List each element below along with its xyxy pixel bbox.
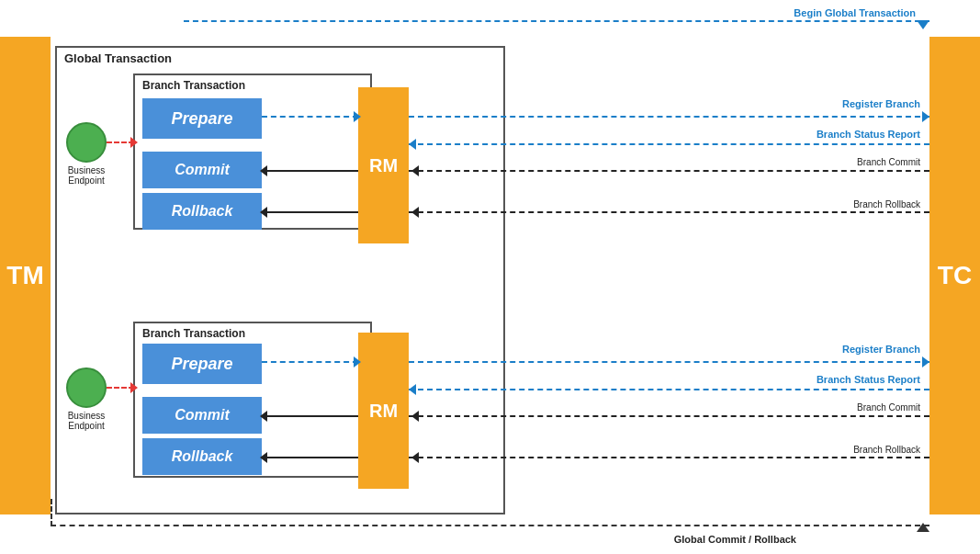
branch-status-label-lower: Branch Status Report bbox=[817, 374, 920, 385]
prepare-label-upper: Prepare bbox=[171, 109, 232, 129]
rm-to-rollback-arrowhead-upper bbox=[260, 207, 267, 218]
tc-label: TC bbox=[938, 261, 972, 290]
global-commit-rollback-label: Global Commit / Rollback bbox=[674, 534, 796, 545]
red-arrowhead-lower bbox=[130, 382, 138, 393]
rm-to-rollback-line-lower bbox=[262, 457, 358, 458]
rollback-arrow-arrowhead-upper bbox=[411, 207, 419, 218]
rm-to-commit-line-lower bbox=[262, 415, 358, 417]
business-endpoint-label-upper: BusinessEndpoint bbox=[66, 165, 107, 186]
rm-box-upper: RM bbox=[358, 87, 409, 243]
rm-label-lower: RM bbox=[369, 401, 398, 422]
branch-status-arrow-upper bbox=[409, 139, 416, 150]
prepare-to-rm-line-upper bbox=[262, 116, 358, 118]
branch-status-line-lower bbox=[409, 389, 929, 390]
rollback-box-upper: Rollback bbox=[142, 193, 262, 230]
commit-arrow-arrowhead-lower bbox=[411, 411, 419, 422]
begin-global-tx-label: Begin Global Transaction bbox=[794, 7, 916, 18]
prepare-box-lower: Prepare bbox=[142, 344, 262, 384]
rm-to-commit-arrowhead-upper bbox=[260, 165, 267, 176]
prepare-to-rm-arrowhead-upper bbox=[354, 111, 361, 122]
begin-global-tx-arrowhead bbox=[917, 20, 929, 29]
rollback-box-lower: Rollback bbox=[142, 438, 262, 475]
business-endpoint-circle-upper bbox=[66, 122, 107, 163]
rollback-arrow-line-lower bbox=[409, 457, 929, 458]
bottom-dashed-right bbox=[188, 525, 929, 526]
commit-box-lower: Commit bbox=[142, 397, 262, 434]
branch-status-line-upper bbox=[409, 143, 929, 145]
rollback-label-lower: Rollback bbox=[172, 448, 233, 465]
tc-column: TC bbox=[929, 37, 980, 514]
bottom-upward-arrowhead bbox=[917, 523, 929, 532]
rm-to-commit-arrowhead-lower bbox=[260, 411, 267, 422]
register-branch-label-lower: Register Branch bbox=[842, 344, 920, 355]
rollback-arrow-arrowhead-lower bbox=[411, 452, 419, 463]
business-endpoint-label-lower: BusinessEndpoint bbox=[66, 411, 107, 431]
register-branch-arrow-lower bbox=[922, 356, 929, 367]
prepare-to-rm-arrowhead-lower bbox=[354, 356, 361, 367]
branch-rollback-label-upper: Branch Rollback bbox=[853, 199, 920, 209]
tm-column: TM bbox=[0, 37, 51, 514]
branch-status-label-upper: Branch Status Report bbox=[817, 129, 920, 140]
rollback-label-upper: Rollback bbox=[172, 203, 233, 220]
begin-global-tx-line bbox=[184, 20, 929, 22]
business-endpoint-circle-lower bbox=[66, 367, 107, 408]
branch-commit-label-upper: Branch Commit bbox=[857, 157, 920, 167]
business-endpoint-upper: BusinessEndpoint bbox=[66, 122, 107, 186]
register-branch-arrow-upper bbox=[922, 111, 929, 122]
branch-transaction-lower-label: Branch Transaction bbox=[142, 327, 245, 340]
register-branch-label-upper: Register Branch bbox=[842, 98, 920, 109]
branch-status-arrow-lower bbox=[409, 384, 416, 395]
rm-to-commit-line-upper bbox=[262, 170, 358, 172]
global-transaction-label: Global Transaction bbox=[64, 51, 172, 65]
commit-arrow-line-lower bbox=[409, 415, 929, 417]
branch-commit-label-lower: Branch Commit bbox=[857, 402, 920, 413]
commit-arrow-line-upper bbox=[409, 170, 929, 172]
prepare-label-lower: Prepare bbox=[171, 355, 232, 374]
rollback-arrow-line-upper bbox=[409, 211, 929, 213]
red-arrowhead-upper bbox=[130, 137, 138, 148]
rm-label-upper: RM bbox=[369, 155, 398, 176]
commit-box-upper: Commit bbox=[142, 152, 262, 188]
bottom-dashed-left bbox=[51, 525, 188, 526]
register-branch-line-lower bbox=[409, 361, 929, 363]
register-branch-line-upper bbox=[409, 116, 929, 118]
rm-to-rollback-arrowhead-lower bbox=[260, 452, 267, 463]
rm-box-lower: RM bbox=[358, 333, 409, 489]
branch-rollback-label-lower: Branch Rollback bbox=[853, 445, 920, 455]
commit-arrow-arrowhead-upper bbox=[411, 165, 419, 176]
business-endpoint-lower: BusinessEndpoint bbox=[66, 367, 107, 431]
tm-label: TM bbox=[6, 261, 43, 290]
diagram-container: Begin Global Transaction TM TC Global Tr… bbox=[0, 0, 980, 554]
rm-to-rollback-line-upper bbox=[262, 211, 358, 213]
prepare-box-upper: Prepare bbox=[142, 98, 262, 139]
prepare-to-rm-line-lower bbox=[262, 361, 358, 363]
branch-transaction-upper-label: Branch Transaction bbox=[142, 79, 245, 92]
commit-label-upper: Commit bbox=[175, 162, 230, 178]
bottom-vert-left bbox=[51, 499, 52, 526]
commit-label-lower: Commit bbox=[175, 407, 230, 424]
